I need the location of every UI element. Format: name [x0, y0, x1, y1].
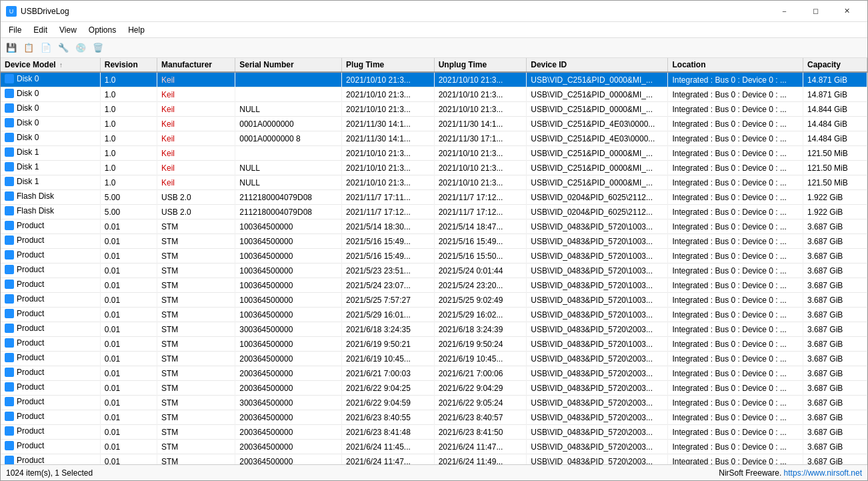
cell-plug_time: 2021/6/23 8:41:48: [342, 425, 435, 440]
table-row[interactable]: Product0.01STM2003645000002021/6/24 11:4…: [1, 454, 867, 465]
cell-plug_time: 2021/10/10 21:3...: [342, 87, 435, 102]
col-capacity[interactable]: Capacity: [803, 58, 867, 72]
table-row[interactable]: Product0.01STM1003645000002021/5/24 23:0…: [1, 278, 867, 293]
cell-manufacturer: Keil: [157, 117, 235, 131]
close-button[interactable]: ✕: [832, 5, 862, 18]
cell-serial_number: [235, 87, 342, 102]
toolbar: 💾 📋 📄 🔧 💿 🗑️: [1, 38, 867, 58]
cell-unplug_time: 2021/6/24 11:47...: [434, 440, 527, 454]
cell-location: Integrated : Bus 0 : Device 0 : ...: [668, 454, 803, 465]
table-row[interactable]: Product0.01STM2003645000002021/6/21 7:00…: [1, 366, 867, 381]
table-row[interactable]: Disk 11.0KeilNULL2021/10/10 21:3...2021/…: [1, 161, 867, 175]
cell-serial_number: [235, 146, 342, 161]
menu-view[interactable]: View: [54, 24, 82, 36]
minimize-button[interactable]: −: [769, 5, 799, 18]
usb-drive-icon: [5, 103, 14, 113]
table-row[interactable]: Disk 01.0Keil0001A0000000 82021/11/30 14…: [1, 131, 867, 146]
cell-revision: 1.0: [100, 102, 157, 117]
table-row[interactable]: Disk 01.0KeilNULL2021/10/10 21:3...2021/…: [1, 102, 867, 117]
table-row[interactable]: Flash Disk5.00USB 2.02112180004079D08202…: [1, 190, 867, 205]
col-unplug-time[interactable]: Unplug Time: [434, 58, 527, 72]
cell-capacity: 3.687 GiB: [803, 308, 867, 322]
cell-plug_time: 2021/11/30 14:1...: [342, 117, 435, 131]
table-row[interactable]: Disk 01.0Keil0001A00000002021/11/30 14:1…: [1, 117, 867, 131]
cell-serial_number: [235, 72, 342, 87]
cell-unplug_time: 2021/10/10 21:3...: [434, 87, 527, 102]
table-row[interactable]: Product0.01STM1003645000002021/5/16 15:4…: [1, 234, 867, 249]
table-container[interactable]: Device Model ↑ Revision Manufacturer Ser…: [1, 58, 867, 464]
cell-revision: 0.01: [100, 264, 157, 278]
cell-device_id: USB\VID_C251&PID_0000&MI_...: [527, 146, 668, 161]
table-row[interactable]: Product0.01STM2003645000002021/6/23 8:40…: [1, 410, 867, 425]
cell-device_id: USB\VID_C251&PID_0000&MI_...: [527, 175, 668, 190]
status-link[interactable]: https://www.nirsoft.net: [784, 468, 862, 478]
cell-device_id: USB\VID_0204&PID_6025\2112...: [527, 205, 668, 219]
cell-manufacturer: Keil: [157, 146, 235, 161]
table-row[interactable]: Disk 11.0Keil2021/10/10 21:3...2021/10/1…: [1, 146, 867, 161]
toolbar-copy-button[interactable]: 📋: [21, 41, 37, 55]
col-plug-time[interactable]: Plug Time: [342, 58, 435, 72]
cell-location: Integrated : Bus 0 : Device 0 : ...: [668, 396, 803, 410]
table-row[interactable]: Product0.01STM3003645000002021/6/18 3:24…: [1, 322, 867, 337]
cell-serial_number: 200364500000: [235, 381, 342, 396]
cell-revision: 0.01: [100, 219, 157, 234]
toolbar-settings-button[interactable]: 🔧: [55, 41, 71, 55]
toolbar-new-button[interactable]: 📄: [38, 41, 54, 55]
menu-help[interactable]: Help: [123, 24, 150, 36]
cell-revision: 1.0: [100, 146, 157, 161]
col-device-id[interactable]: Device ID: [527, 58, 668, 72]
cell-device_model: Product: [1, 454, 100, 465]
maximize-button[interactable]: ◻: [801, 5, 831, 18]
table-row[interactable]: Product0.01STM1003645000002021/5/16 15:4…: [1, 249, 867, 264]
cell-location: Integrated : Bus 0 : Device 0 : ...: [668, 352, 803, 366]
col-manufacturer[interactable]: Manufacturer: [157, 58, 235, 72]
cell-device_model: Disk 0: [1, 72, 100, 87]
usb-drive-icon: [5, 191, 14, 201]
menu-options[interactable]: Options: [83, 24, 121, 36]
table-row[interactable]: Product0.01STM2003645000002021/6/23 8:41…: [1, 425, 867, 440]
cell-device_id: USB\VID_C251&PID_4E03\0000...: [527, 131, 668, 146]
table-row[interactable]: Product0.01STM2003645000002021/6/24 11:4…: [1, 440, 867, 454]
cell-capacity: 3.687 GiB: [803, 454, 867, 465]
toolbar-delete-button[interactable]: 🗑️: [90, 41, 106, 55]
col-location[interactable]: Location: [668, 58, 803, 72]
table-row[interactable]: Disk 01.0Keil2021/10/10 21:3...2021/10/1…: [1, 72, 867, 87]
menu-edit[interactable]: Edit: [28, 24, 53, 36]
table-row[interactable]: Disk 01.0Keil2021/10/10 21:3...2021/10/1…: [1, 87, 867, 102]
cell-manufacturer: Keil: [157, 175, 235, 190]
cell-manufacturer: STM: [157, 234, 235, 249]
toolbar-save-button[interactable]: 💾: [3, 41, 19, 55]
cell-serial_number: NULL: [235, 161, 342, 175]
table-row[interactable]: Product0.01STM2003645000002021/6/19 10:4…: [1, 352, 867, 366]
table-row[interactable]: Product0.01STM3003645000002021/6/22 9:04…: [1, 396, 867, 410]
cell-manufacturer: STM: [157, 337, 235, 352]
usb-drive-icon: [5, 309, 14, 318]
col-device-model[interactable]: Device Model ↑: [1, 58, 100, 72]
cell-device_model: Disk 1: [1, 175, 100, 190]
cell-revision: 1.0: [100, 131, 157, 146]
cell-manufacturer: STM: [157, 366, 235, 381]
table-row[interactable]: Product0.01STM1003645000002021/5/25 7:57…: [1, 293, 867, 308]
cell-unplug_time: 2021/6/22 9:05:24: [434, 396, 527, 410]
cell-plug_time: 2021/5/23 23:51...: [342, 264, 435, 278]
table-row[interactable]: Product0.01STM1003645000002021/5/29 16:0…: [1, 308, 867, 322]
table-row[interactable]: Product0.01STM1003645000002021/5/14 18:3…: [1, 219, 867, 234]
table-row[interactable]: Product0.01STM2003645000002021/6/22 9:04…: [1, 381, 867, 396]
table-row[interactable]: Product0.01STM1003645000002021/5/23 23:5…: [1, 264, 867, 278]
table-row[interactable]: Product0.01STM1003645000002021/6/19 9:50…: [1, 337, 867, 352]
cell-location: Integrated : Bus 0 : Device 0 : ...: [668, 72, 803, 87]
toolbar-drive-button[interactable]: 💿: [73, 41, 89, 55]
cell-plug_time: 2021/6/18 3:24:35: [342, 322, 435, 337]
cell-revision: 0.01: [100, 337, 157, 352]
menu-file[interactable]: File: [3, 24, 27, 36]
cell-serial_number: 2112180004079D08: [235, 190, 342, 205]
col-serial-number[interactable]: Serial Number: [235, 58, 342, 72]
col-revision[interactable]: Revision: [100, 58, 157, 72]
cell-manufacturer: STM: [157, 396, 235, 410]
cell-device_model: Product: [1, 425, 100, 440]
cell-manufacturer: STM: [157, 352, 235, 366]
usb-drive-icon: [5, 441, 14, 450]
table-row[interactable]: Flash Disk5.00USB 2.02112180004079D08202…: [1, 205, 867, 219]
usb-drive-icon: [5, 250, 14, 260]
table-row[interactable]: Disk 11.0KeilNULL2021/10/10 21:3...2021/…: [1, 175, 867, 190]
